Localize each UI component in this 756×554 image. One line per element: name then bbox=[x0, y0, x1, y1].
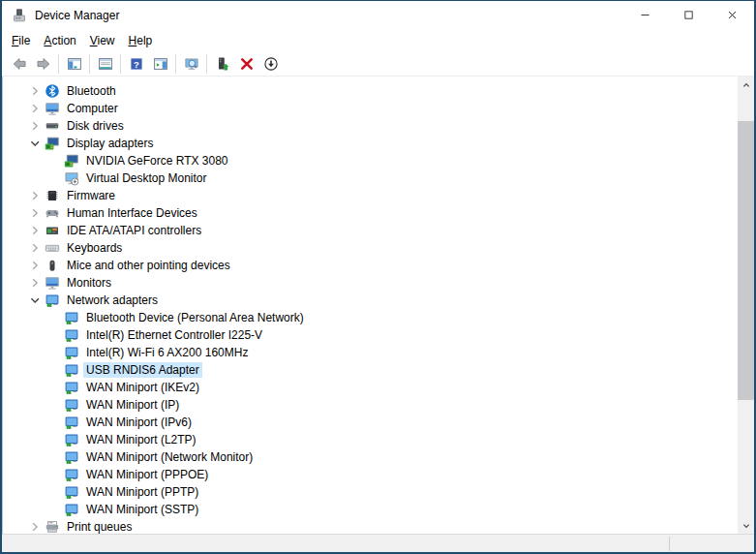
tree-item[interactable]: WAN Miniport (PPPOE) bbox=[2, 466, 754, 483]
toolbar-separator bbox=[206, 54, 207, 74]
properties-button[interactable] bbox=[93, 53, 117, 75]
chevron-right-icon[interactable] bbox=[27, 275, 43, 291]
toolbar-separator bbox=[89, 54, 90, 74]
tree-item[interactable]: WAN Miniport (PPTP) bbox=[2, 483, 754, 501]
tree-item-label: Mice and other pointing devices bbox=[64, 258, 233, 273]
disk-drive-icon bbox=[45, 118, 60, 134]
maximize-button[interactable] bbox=[667, 1, 711, 29]
forward-icon bbox=[36, 56, 51, 72]
chevron-right-icon[interactable] bbox=[27, 83, 43, 99]
indent-spacer bbox=[46, 380, 62, 395]
indent-spacer bbox=[46, 502, 62, 517]
tree-item-label: Monitors bbox=[64, 275, 114, 291]
chevron-right-icon[interactable] bbox=[27, 188, 43, 203]
tree-item[interactable]: Disk drives bbox=[2, 117, 754, 135]
tree-item-label: USB RNDIS6 Adapter bbox=[83, 362, 202, 378]
computer-icon bbox=[45, 101, 60, 116]
chevron-down-icon[interactable] bbox=[27, 292, 43, 308]
tree-item[interactable]: Keyboards bbox=[2, 239, 754, 257]
scrollbar-thumb[interactable] bbox=[738, 121, 754, 400]
close-button[interactable] bbox=[711, 1, 754, 29]
show-console-tree-button[interactable] bbox=[62, 53, 86, 75]
tree-item-label: Firmware bbox=[64, 188, 118, 203]
indent-spacer bbox=[46, 310, 62, 325]
scroll-down-button[interactable] bbox=[738, 517, 754, 534]
uninstall-device-button[interactable] bbox=[234, 53, 258, 75]
network-adapter-icon bbox=[45, 292, 60, 308]
back-button[interactable] bbox=[7, 53, 31, 75]
tree-item[interactable]: Display adapters bbox=[2, 135, 754, 152]
scan-hardware-changes-button[interactable] bbox=[179, 53, 203, 75]
network-adapter-icon bbox=[64, 397, 79, 413]
tree-item[interactable]: WAN Miniport (SSTP) bbox=[2, 501, 754, 518]
tree-item[interactable]: Bluetooth Device (Personal Area Network) bbox=[2, 309, 754, 326]
indent-spacer bbox=[46, 415, 62, 430]
update-driver-button[interactable] bbox=[210, 53, 234, 75]
help-button[interactable] bbox=[124, 53, 148, 75]
tree-item[interactable]: Print queues bbox=[2, 518, 754, 534]
tree-item[interactable]: Monitors bbox=[2, 274, 754, 292]
content-area: BluetoothComputerDisk drivesDisplay adap… bbox=[2, 77, 754, 534]
mouse-icon bbox=[45, 258, 60, 273]
titlebar: Device Manager bbox=[2, 1, 754, 29]
maximize-icon bbox=[682, 9, 695, 21]
tree-item[interactable]: WAN Miniport (Network Monitor) bbox=[2, 448, 754, 466]
tree-item-label: Bluetooth bbox=[64, 83, 119, 99]
tree-item-label: WAN Miniport (IP) bbox=[83, 397, 182, 413]
minimize-button[interactable] bbox=[623, 1, 667, 29]
tree-item[interactable]: Human Interface Devices bbox=[2, 204, 754, 222]
menu-help[interactable]: Help bbox=[122, 32, 160, 49]
properties-icon bbox=[98, 56, 113, 72]
show-action-pane-button[interactable] bbox=[148, 53, 172, 75]
scrollbar-track[interactable] bbox=[738, 93, 754, 517]
tree-item[interactable]: NVIDIA GeForce RTX 3080 bbox=[2, 152, 754, 169]
menu-view[interactable]: View bbox=[83, 32, 122, 49]
tree-item[interactable]: Intel(R) Wi-Fi 6 AX200 160MHz bbox=[2, 344, 754, 361]
disable-device-button[interactable] bbox=[258, 53, 283, 75]
toolbar-separator bbox=[175, 54, 176, 74]
network-adapter-icon bbox=[64, 502, 79, 517]
tree-item-label: Print queues bbox=[64, 519, 135, 534]
chevron-right-icon[interactable] bbox=[27, 223, 43, 238]
chevron-right-icon[interactable] bbox=[27, 101, 43, 116]
menu-action[interactable]: Action bbox=[37, 32, 82, 49]
scroll-up-button[interactable] bbox=[738, 77, 754, 93]
indent-spacer bbox=[46, 467, 62, 482]
chevron-right-icon[interactable] bbox=[27, 240, 43, 256]
tree-item[interactable]: USB RNDIS6 Adapter bbox=[2, 361, 754, 379]
tree-item[interactable]: Intel(R) Ethernet Controller I225-V bbox=[2, 326, 754, 344]
toolbar-separator bbox=[120, 54, 121, 74]
bluetooth-icon bbox=[45, 83, 60, 99]
chevron-right-icon[interactable] bbox=[27, 258, 43, 273]
tree-item[interactable]: WAN Miniport (IKEv2) bbox=[2, 379, 754, 396]
back-icon bbox=[12, 56, 27, 72]
tree-item[interactable]: Computer bbox=[2, 100, 754, 117]
menu-file[interactable]: File bbox=[5, 32, 37, 49]
indent-spacer bbox=[46, 327, 62, 343]
tree-item[interactable]: WAN Miniport (L2TP) bbox=[2, 431, 754, 448]
indent-spacer bbox=[46, 484, 62, 500]
network-adapter-icon bbox=[64, 415, 79, 430]
tree-item[interactable]: WAN Miniport (IPv6) bbox=[2, 414, 754, 431]
chevron-right-icon[interactable] bbox=[27, 519, 43, 534]
tree-item[interactable]: Firmware bbox=[2, 187, 754, 204]
chevron-right-icon[interactable] bbox=[27, 205, 43, 221]
tree-item-label: Display adapters bbox=[64, 136, 156, 151]
indent-spacer bbox=[46, 362, 62, 378]
tree-item[interactable]: Mice and other pointing devices bbox=[2, 257, 754, 274]
tree-item[interactable]: Network adapters bbox=[2, 292, 754, 309]
network-adapter-icon bbox=[64, 310, 79, 325]
hid-gamepad-icon bbox=[45, 205, 60, 221]
chevron-right-icon[interactable] bbox=[27, 118, 43, 134]
window-controls bbox=[623, 1, 754, 29]
tree-item[interactable]: IDE ATA/ATAPI controllers bbox=[2, 222, 754, 239]
tree-item[interactable]: Virtual Desktop Monitor bbox=[2, 169, 754, 187]
tree-item[interactable]: WAN Miniport (IP) bbox=[2, 396, 754, 414]
forward-button[interactable] bbox=[31, 53, 55, 75]
toolbar bbox=[2, 51, 754, 77]
tree-item-label: WAN Miniport (IPv6) bbox=[83, 415, 195, 430]
indent-spacer bbox=[46, 432, 62, 447]
help-icon bbox=[129, 56, 144, 72]
chevron-down-icon[interactable] bbox=[27, 136, 43, 151]
tree-item[interactable]: Bluetooth bbox=[2, 82, 754, 100]
